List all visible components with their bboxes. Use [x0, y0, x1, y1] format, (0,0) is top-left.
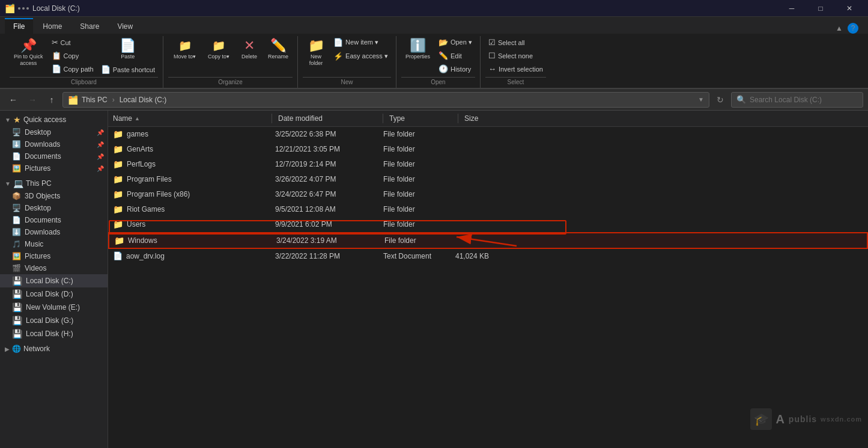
ribbon-group-new: 📁 Newfolder 📄 New item ▾ ⚡ Easy access ▾…	[298, 36, 396, 88]
col-header-name[interactable]: Name ▲	[108, 113, 270, 124]
sidebar-drive-h[interactable]: 💾 Local Disk (H:)	[0, 327, 108, 340]
maximize-button[interactable]: □	[807, 0, 834, 17]
tab-share[interactable]: Share	[71, 18, 108, 34]
col-header-size[interactable]: Size	[460, 113, 520, 124]
close-button[interactable]: ✕	[836, 0, 863, 17]
expand-quick-access-icon: ▼	[5, 117, 11, 123]
refresh-button[interactable]: ↻	[712, 91, 729, 108]
sidebar-item-documents-qa[interactable]: 📄 Documents 📌	[0, 150, 108, 162]
copy-button[interactable]: 📋 Copy	[49, 49, 97, 62]
table-row[interactable]: 📁 Program Files 3/26/2022 4:07 PM File f…	[108, 172, 868, 187]
table-row[interactable]: 📄 aow_drv.log 3/22/2022 11:28 PM Text Do…	[108, 249, 868, 263]
tab-home[interactable]: Home	[34, 18, 70, 34]
file-size	[451, 223, 511, 226]
pin-downloads-icon: 📌	[97, 141, 104, 148]
sidebar-drive-e[interactable]: 💾 New Volume (E:)	[0, 301, 108, 314]
network-header[interactable]: ▶ 🌐 Network	[0, 343, 108, 355]
sidebar-item-desktop-pc[interactable]: 🖥️ Desktop	[0, 202, 108, 214]
this-pc-header[interactable]: ▼ 💻 This PC	[0, 177, 108, 190]
table-row[interactable]: 📁 Program Files (x86) 3/24/2022 6:47 PM …	[108, 187, 868, 202]
new-item-button[interactable]: 📄 New item ▾	[330, 36, 391, 49]
delete-button[interactable]: ✕ Delete	[236, 36, 263, 63]
col-header-date[interactable]: Date modified	[273, 113, 381, 124]
select-label: Select	[485, 77, 546, 85]
address-bar[interactable]: 🗂️ This PC › Local Disk (C:) ▼	[62, 92, 709, 108]
cut-button[interactable]: ✂ Cut	[49, 36, 97, 49]
quick-access-header[interactable]: ▼ ★ Quick access	[0, 113, 108, 126]
file-date: 3/26/2022 4:07 PM	[270, 174, 378, 185]
edit-button[interactable]: ✏️ Edit	[436, 49, 475, 62]
sidebar-drive-g[interactable]: 💾 Local Disk (G:)	[0, 314, 108, 327]
wm-text-wsxdn: wsxdn.com	[821, 416, 862, 423]
ribbon-group-open: ℹ️ Properties 📂 Open ▾ ✏️ Edit 🕐 History	[396, 36, 481, 88]
file-list-container[interactable]: Name ▲ Date modified Type Size 📁 games 3…	[108, 111, 868, 448]
tab-file[interactable]: File	[5, 18, 33, 34]
easy-access-button[interactable]: ⚡ Easy access ▾	[330, 50, 391, 63]
sidebar-item-music-pc[interactable]: 🎵 Music	[0, 238, 108, 250]
breadcrumb-thispc: This PC	[82, 96, 108, 104]
expand-this-pc-icon: ▼	[5, 180, 11, 187]
drive-h-icon: 💾	[12, 329, 22, 339]
downloads-label-qa: Downloads	[25, 140, 60, 149]
copy-to-button[interactable]: 📁 Copy to▾	[202, 36, 235, 63]
videos-pc-icon: 🎬	[12, 264, 21, 272]
file-date: 3/24/2022 6:47 PM	[270, 189, 378, 200]
sort-name-icon: ▲	[135, 115, 140, 121]
file-date: 9/5/2021 12:08 AM	[270, 204, 378, 215]
search-bar[interactable]: 🔍	[731, 92, 863, 108]
file-name-text: Windows	[128, 236, 157, 245]
sidebar-item-3d-objects[interactable]: 📦 3D Objects	[0, 190, 108, 202]
file-type: File folder	[380, 235, 452, 246]
table-row[interactable]: 📁 GenArts 12/21/2021 3:05 PM File folder	[108, 142, 868, 157]
table-row[interactable]: 📁 PerfLogs 12/7/2019 2:14 PM File folder	[108, 157, 868, 172]
file-name-text: Program Files	[127, 175, 172, 183]
sidebar-item-pictures-qa[interactable]: 🖼️ Pictures 📌	[0, 162, 108, 174]
invert-selection-button[interactable]: ↔ Invert selection	[485, 63, 546, 75]
sidebar-item-pictures-pc[interactable]: 🖼️ Pictures	[0, 250, 108, 262]
properties-button[interactable]: ℹ️ Properties	[401, 36, 434, 63]
table-row[interactable]: 📁 games 3/25/2022 6:38 PM File folder	[108, 127, 868, 142]
table-row[interactable]: 📁 Users 9/9/2021 6:02 PM File folder	[108, 217, 868, 232]
pin-to-quick-access-button[interactable]: 📌 Pin to Quickaccess	[10, 36, 47, 70]
collapse-ribbon-icon[interactable]: ▲	[836, 24, 843, 32]
tab-view[interactable]: View	[109, 18, 141, 34]
sidebar-item-downloads-qa[interactable]: ⬇️ Downloads 📌	[0, 138, 108, 150]
table-row[interactable]: 📁 Riot Games 9/5/2021 12:08 AM File fold…	[108, 202, 868, 217]
paste-button[interactable]: 📄 Paste	[98, 36, 158, 63]
edit-icon: ✏️	[439, 51, 448, 60]
sidebar-item-desktop[interactable]: 🖥️ Desktop 📌	[0, 126, 108, 138]
help-icon[interactable]: ?	[848, 23, 858, 34]
table-row[interactable]: 📁 Windows 3/24/2022 3:19 AM File folder	[108, 232, 868, 249]
search-input[interactable]	[750, 96, 858, 104]
history-button[interactable]: 🕐 History	[436, 63, 475, 75]
col-type-label: Type	[389, 114, 405, 123]
col-header-type[interactable]: Type	[384, 113, 457, 124]
quick-access-star-icon: ★	[13, 115, 21, 124]
minimize-button[interactable]: ─	[778, 0, 806, 17]
col-date-label: Date modified	[278, 114, 323, 123]
sidebar-item-downloads-pc[interactable]: ⬇️ Downloads	[0, 226, 108, 238]
back-button[interactable]: ←	[5, 91, 22, 108]
sidebar-drive-d[interactable]: 💾 Local Disk (D:)	[0, 287, 108, 301]
up-button[interactable]: ↑	[43, 91, 60, 108]
file-size: 41,024 KB	[451, 251, 511, 262]
select-none-button[interactable]: ☐ Select none	[485, 49, 536, 62]
sidebar: ▼ ★ Quick access 🖥️ Desktop 📌 ⬇️ Downloa…	[0, 111, 108, 448]
col-div-1	[272, 114, 272, 123]
forward-button[interactable]: →	[24, 91, 41, 108]
sidebar-item-videos-pc[interactable]: 🎬 Videos	[0, 262, 108, 274]
open-button[interactable]: 📂 Open ▾	[436, 36, 475, 49]
copy-to-label: Copy to▾	[208, 54, 229, 60]
select-all-button[interactable]: ☑ Select all	[485, 36, 528, 49]
new-folder-button[interactable]: 📁 Newfolder	[303, 36, 329, 70]
folder-row-icon: 📁	[114, 236, 124, 245]
sidebar-drive-c[interactable]: 💾 Local Disk (C:)	[0, 274, 108, 287]
copy-path-button[interactable]: 📄 Copy path	[49, 63, 97, 75]
rename-button[interactable]: ✏️ Rename	[264, 36, 293, 63]
paste-label: Paste	[121, 54, 135, 60]
sidebar-item-documents-pc[interactable]: 📄 Documents	[0, 214, 108, 226]
select-all-label: Select all	[498, 39, 525, 46]
copy-path-label: Copy path	[64, 66, 94, 73]
move-to-button[interactable]: 📁 Move to▾	[168, 36, 201, 63]
paste-shortcut-button[interactable]: 📄 Paste shortcut	[98, 63, 158, 76]
